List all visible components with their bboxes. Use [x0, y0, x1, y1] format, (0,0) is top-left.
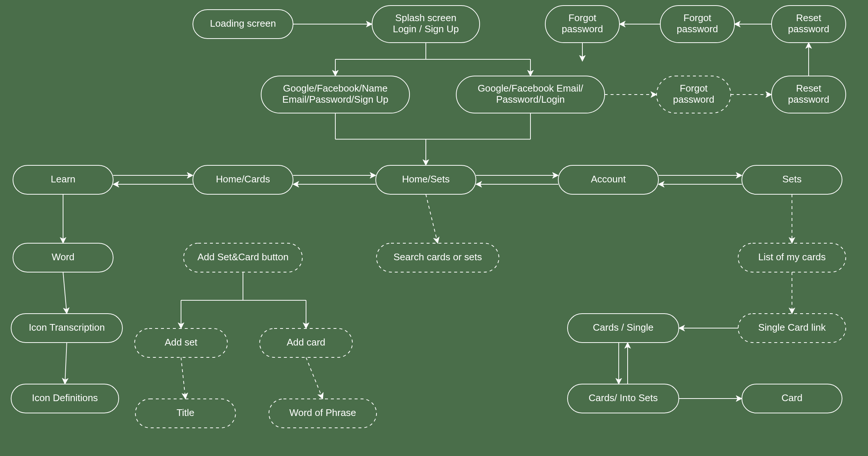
node-label: Forgotpassword — [677, 12, 718, 34]
connector — [65, 343, 67, 384]
node-label: Add Set&Card button — [197, 251, 289, 262]
node-label: Resetpassword — [788, 83, 829, 105]
node-label: Account — [591, 174, 626, 185]
node-sets: Sets — [742, 165, 842, 194]
node-add_setcard: Add Set&Card button — [184, 243, 302, 272]
node-search: Search cards or sets — [377, 243, 499, 272]
node-single_link: Single Card link — [738, 314, 846, 343]
node-signup: Google/Facebook/NameEmail/Password/Sign … — [261, 76, 410, 113]
node-account: Account — [558, 165, 658, 194]
node-label: Title — [177, 407, 194, 418]
node-label: Google/Facebook Email/Password/Login — [478, 83, 583, 105]
node-label: Home/Sets — [402, 174, 450, 185]
connector — [63, 272, 67, 314]
node-label: Cards/ Into Sets — [589, 392, 658, 403]
node-home_sets: Home/Sets — [376, 165, 476, 194]
node-cards_single: Cards / Single — [568, 314, 679, 343]
node-loading: Loading screen — [193, 10, 293, 39]
node-forgot_dashed: Forgotpassword — [657, 76, 731, 113]
node-learn: Learn — [13, 165, 113, 194]
node-add_set: Add set — [135, 328, 227, 357]
node-label: Icon Transcription — [29, 322, 105, 333]
node-label: Forgotpassword — [562, 12, 603, 34]
node-label: Add set — [165, 337, 198, 348]
node-label: Card — [782, 392, 802, 403]
node-home_cards: Home/Cards — [193, 165, 293, 194]
node-icon_trans: Icon Transcription — [11, 314, 122, 343]
node-add_card: Add card — [260, 328, 352, 357]
node-label: Home/Cards — [216, 174, 270, 185]
flow-diagram: Loading screenSplash screenLogin / Sign … — [0, 0, 868, 456]
node-icon_defs: Icon Definitions — [11, 384, 119, 413]
node-label: Add card — [287, 337, 325, 348]
connector — [306, 357, 323, 399]
node-forgot_top_r: Forgotpassword — [660, 6, 734, 43]
node-label: Learn — [51, 174, 76, 185]
node-splash: Splash screenLogin / Sign Up — [372, 6, 480, 43]
node-label: Splash screenLogin / Sign Up — [393, 12, 459, 34]
node-title: Title — [135, 399, 236, 428]
node-label: Cards / Single — [593, 322, 653, 333]
node-label: Word — [52, 251, 75, 262]
connector — [181, 357, 185, 399]
node-list_cards: List of my cards — [738, 243, 846, 272]
node-label: Resetpassword — [788, 12, 829, 34]
node-label: Sets — [782, 174, 802, 185]
node-cards_into_sets: Cards/ Into Sets — [568, 384, 679, 413]
node-label: Google/Facebook/NameEmail/Password/Sign … — [282, 83, 388, 105]
node-word_phrase: Word of Phrase — [269, 399, 377, 428]
node-label: Icon Definitions — [32, 392, 98, 403]
connector — [426, 194, 438, 243]
node-card: Card — [742, 384, 842, 413]
node-login: Google/Facebook Email/Password/Login — [456, 76, 605, 113]
node-label: Forgotpassword — [673, 83, 714, 105]
node-label: Loading screen — [210, 18, 276, 29]
node-label: Single Card link — [758, 322, 826, 333]
node-label: Word of Phrase — [289, 407, 356, 418]
node-label: Search cards or sets — [394, 251, 482, 262]
node-reset_top: Resetpassword — [772, 6, 846, 43]
node-word: Word — [13, 243, 113, 272]
node-label: List of my cards — [758, 251, 826, 262]
node-reset_mid: Resetpassword — [772, 76, 846, 113]
node-forgot_top_l: Forgotpassword — [545, 6, 619, 43]
